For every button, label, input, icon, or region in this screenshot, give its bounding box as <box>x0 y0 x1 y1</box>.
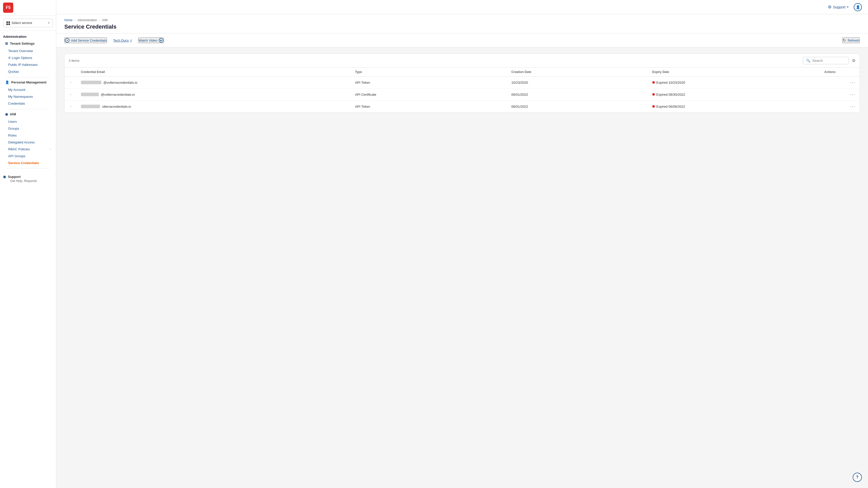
page-title: Service Credentials <box>64 24 860 30</box>
help-button[interactable]: ? <box>853 473 862 482</box>
creation-cell-2: 06/01/2022 <box>507 89 648 101</box>
type-cell-2: API Certificate <box>351 89 507 101</box>
chevron-right-icon: › <box>50 148 51 151</box>
plus-circle-icon: + <box>65 38 69 43</box>
admin-section-title: Administration <box>3 35 53 38</box>
sidebar-item-credentials[interactable]: Credentials <box>3 100 53 107</box>
sidebar-item-tenant-overview[interactable]: Tenant Overview <box>3 47 53 54</box>
table-row: › @volterracredentials.io API Certificat… <box>65 89 860 101</box>
tenant-settings-icon: ⊞ <box>5 42 8 45</box>
personal-management-group: 👤 Personal Management <box>3 79 53 85</box>
top-nav: ⚙ Support ▾ 👤 <box>56 0 868 14</box>
watch-video-button[interactable]: Watch Video ▶ <box>138 37 164 43</box>
service-selector: Select service ▾ <box>0 15 56 31</box>
credentials-table: Credential Email Type Creation Date Expi… <box>65 68 860 112</box>
user-account-button[interactable]: 👤 <box>854 3 862 11</box>
tech-docs-button[interactable]: Tech Docs ↗ <box>113 38 132 42</box>
table-container: 3 items 🔍 ⚙ Credential Email <box>56 47 868 488</box>
expiry-cell-1: Expired 10/23/2020 <box>648 76 820 89</box>
personal-mgmt-icon: 👤 <box>5 80 9 84</box>
search-box[interactable]: 🔍 <box>803 57 849 64</box>
table-head: Credential Email Type Creation Date Expi… <box>65 68 860 76</box>
select-service-label: Select service <box>11 21 32 25</box>
expand-button-3[interactable]: › <box>69 104 73 109</box>
email-suffix-2: @volterracredentials.io <box>101 93 135 96</box>
sidebar-item-delegated-access[interactable]: Delegated Access <box>3 139 53 146</box>
sidebar-item-api-groups[interactable]: API Groups <box>3 153 53 160</box>
main-content: ⚙ Support ▾ 👤 Home › Administration › IA… <box>56 0 868 488</box>
actions-col-header: Actions <box>820 68 860 76</box>
support-button[interactable]: ⚙ Support ▾ <box>828 5 848 9</box>
sidebar-item-roles[interactable]: Roles <box>3 132 53 139</box>
sidebar-item-users[interactable]: Users <box>3 118 53 125</box>
support-subtitle: Get Help, Requests <box>3 179 53 183</box>
support-chevron-icon: ▾ <box>847 5 848 9</box>
expiry-text-2: Expired 08/30/2022 <box>656 93 685 96</box>
expand-button-2[interactable]: › <box>69 92 73 97</box>
breadcrumb: Home › Administration › IAM <box>64 19 860 22</box>
credentials-table-card: 3 items 🔍 ⚙ Credential Email <box>64 54 860 112</box>
actions-button-3[interactable]: ··· <box>850 104 856 109</box>
breadcrumb-sep2: › <box>99 19 100 22</box>
actions-button-2[interactable]: ··· <box>850 92 856 97</box>
support-circle-icon: ⚙ <box>828 5 832 9</box>
toolbar: + Add Service Credentials Tech Docs ↗ Wa… <box>56 33 868 47</box>
chevron-down-icon: ▾ <box>48 22 50 24</box>
page-header: Home › Administration › IAM Service Cred… <box>56 14 868 33</box>
breadcrumb-home[interactable]: Home <box>64 19 72 22</box>
expiry-cell-3: Expired 06/08/2022 <box>648 101 820 112</box>
sidebar-support-section: ◉ Support Get Help, Requests <box>0 172 56 185</box>
type-cell-1: API Token <box>351 76 507 89</box>
breadcrumb-sep1: › <box>74 19 75 22</box>
actions-cell-2: ··· <box>820 89 860 101</box>
settings-icon[interactable]: ⚙ <box>852 58 856 63</box>
sidebar-item-public-ip[interactable]: Public IP Addresses <box>3 61 53 68</box>
search-input[interactable] <box>812 59 845 63</box>
table-header-row: 3 items 🔍 ⚙ <box>65 54 860 68</box>
select-service-button[interactable]: Select service ▾ <box>3 19 53 27</box>
items-count: 3 items <box>69 59 80 63</box>
admin-section: Administration ⊞ Tenant Settings Tenant … <box>0 31 56 172</box>
actions-button-1[interactable]: ··· <box>850 80 856 85</box>
email-suffix-3: olterracredentials.io <box>102 105 131 108</box>
sidebar-item-groups[interactable]: Groups <box>3 125 53 132</box>
table-header: Credential Email Type Creation Date Expi… <box>65 68 860 76</box>
expiry-cell-2: Expired 08/30/2022 <box>648 89 820 101</box>
email-suffix-1: @volterracredentials.io <box>103 80 137 85</box>
external-link-icon: ↗ <box>130 39 132 42</box>
expand-button-1[interactable]: › <box>69 80 73 85</box>
f5-logo: F5 <box>3 3 13 13</box>
user-icon: 👤 <box>856 5 860 9</box>
sidebar-item-rbac-policies[interactable]: RBAC Policies › <box>3 146 53 153</box>
expand-cell-3: › <box>65 101 77 112</box>
email-blur-1 <box>81 80 101 84</box>
sidebar-item-login-options[interactable]: ⚙ Login Options <box>3 54 53 61</box>
sidebar: F5 Select service ▾ Administration ⊞ Ten… <box>0 0 56 488</box>
actions-cell-3: ··· <box>820 101 860 112</box>
play-circle-icon: ▶ <box>159 38 163 43</box>
sidebar-item-my-account[interactable]: My Account <box>3 86 53 93</box>
divider3 <box>6 168 50 169</box>
sidebar-item-quotas[interactable]: Quotas <box>3 68 53 75</box>
expand-cell-1: › <box>65 76 77 89</box>
add-credentials-button[interactable]: + Add Service Credentials <box>64 37 107 43</box>
creation-cell-3: 06/01/2022 <box>507 101 648 112</box>
divider <box>6 77 50 77</box>
support-group-title: ◉ Support <box>3 175 53 178</box>
toolbar-right: ↻ Refresh <box>842 37 860 43</box>
refresh-button[interactable]: ↻ Refresh <box>842 37 860 43</box>
grid-icon <box>6 21 10 25</box>
table-row: › @volterracredentials.io API Token 10/2… <box>65 76 860 89</box>
email-cell-3: olterracredentials.io <box>77 101 351 112</box>
sidebar-item-my-namespaces[interactable]: My Namespaces <box>3 93 53 100</box>
expiry-text-1: Expired 10/23/2020 <box>656 80 685 85</box>
breadcrumb-iam: IAM <box>102 19 107 22</box>
expiry-col-header: Expiry Date <box>648 68 820 76</box>
sidebar-item-service-credentials[interactable]: Service Credentials <box>3 160 53 166</box>
refresh-icon: ↻ <box>843 38 846 43</box>
iam-group: ◉ IAM <box>3 111 53 117</box>
expand-cell-2: › <box>65 89 77 101</box>
expiry-dot-1 <box>652 81 655 84</box>
email-col-header: Credential Email <box>77 68 351 76</box>
expiry-dot-3 <box>652 105 655 108</box>
